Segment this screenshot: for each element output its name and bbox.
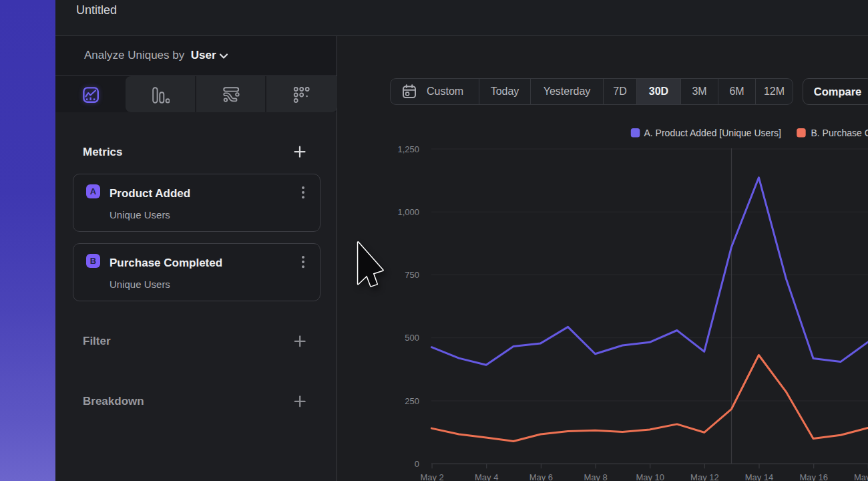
svg-text:May 6: May 6 — [529, 472, 553, 481]
svg-text:May 8: May 8 — [584, 472, 607, 481]
svg-text:B. Purchase Completed [Unique: B. Purchase Completed [Unique — [811, 128, 868, 138]
svg-text:May 16: May 16 — [799, 472, 828, 481]
svg-text:500: 500 — [405, 333, 419, 343]
svg-text:May 4: May 4 — [475, 472, 498, 481]
svg-text:250: 250 — [405, 396, 419, 406]
svg-text:750: 750 — [405, 270, 419, 280]
svg-text:A. Product Added [Unique Users: A. Product Added [Unique Users] — [644, 128, 781, 138]
svg-text:1,000: 1,000 — [397, 207, 419, 217]
svg-text:May 2: May 2 — [420, 472, 443, 481]
svg-text:May 10: May 10 — [636, 472, 664, 481]
svg-text:May 18: May 18 — [854, 472, 868, 481]
svg-text:0: 0 — [415, 459, 419, 469]
svg-text:May 14: May 14 — [745, 472, 774, 481]
svg-text:May 12: May 12 — [690, 472, 719, 481]
svg-text:1,250: 1,250 — [397, 144, 419, 154]
